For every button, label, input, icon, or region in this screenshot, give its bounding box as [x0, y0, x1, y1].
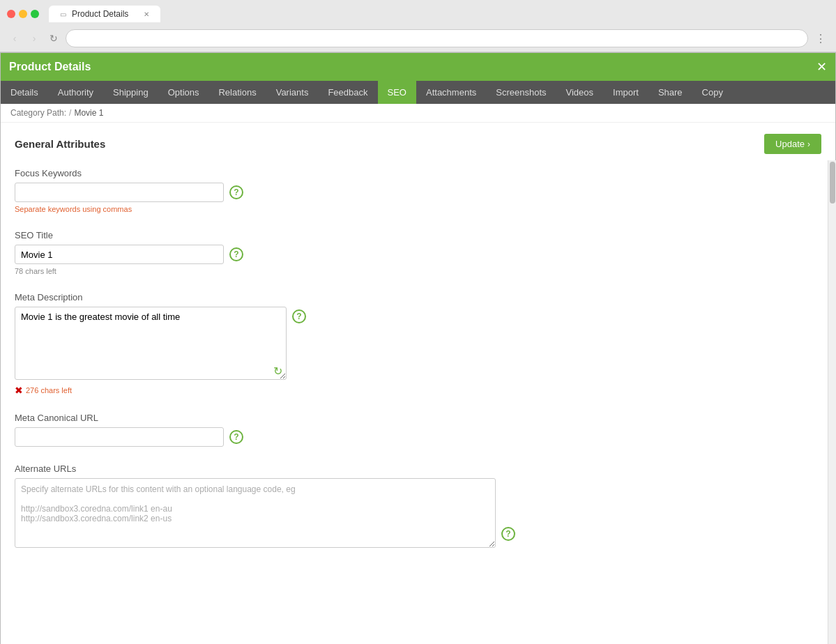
seo-title-row: ?: [15, 245, 821, 264]
forward-button[interactable]: ›: [26, 31, 42, 46]
alternate-urls-group: Alternate URLs ?: [15, 463, 821, 550]
seo-title-input[interactable]: [15, 245, 224, 264]
tab-videos[interactable]: Videos: [556, 81, 604, 104]
meta-description-chars-left: 276 chars left: [26, 386, 72, 394]
tab-relations[interactable]: Relations: [208, 81, 266, 104]
focus-keywords-hint: Separate keywords using commas: [15, 205, 821, 213]
meta-canonical-label: Meta Canonical URL: [15, 413, 821, 423]
focus-keywords-help-icon[interactable]: ?: [229, 185, 243, 199]
app-header: Product Details ✕: [1, 53, 835, 81]
meta-description-label: Meta Description: [15, 292, 821, 302]
seo-title-chars-left: 78 chars left: [15, 267, 821, 275]
tab-shipping[interactable]: Shipping: [103, 81, 158, 104]
content-area: General Attributes Update › Focus Keywor…: [1, 123, 835, 578]
section-title: General Attributes: [15, 138, 105, 150]
meta-canonical-group: Meta Canonical URL ?: [15, 413, 821, 447]
meta-description-wrapper: ↻: [15, 307, 287, 382]
alternate-urls-textarea[interactable]: [15, 478, 496, 548]
breadcrumb-item: Movie 1: [74, 108, 103, 118]
seo-title-help-icon[interactable]: ?: [229, 247, 243, 261]
update-button[interactable]: Update ›: [764, 134, 821, 154]
focus-keywords-group: Focus Keywords ? Separate keywords using…: [15, 168, 821, 213]
meta-description-row: ↻ ?: [15, 307, 821, 382]
scrollbar-thumb[interactable]: [830, 162, 835, 204]
tab-title: Product Details: [72, 9, 128, 19]
meta-description-error-row: ✖ 276 chars left: [15, 385, 821, 396]
seo-title-group: SEO Title ? 78 chars left: [15, 230, 821, 275]
update-label: Update: [775, 139, 805, 149]
meta-canonical-input[interactable]: [15, 427, 224, 447]
meta-description-refresh-icon[interactable]: ↻: [273, 365, 282, 378]
tab-details[interactable]: Details: [1, 81, 48, 104]
back-button[interactable]: ‹: [7, 31, 22, 46]
meta-description-error-icon: ✖: [15, 385, 23, 396]
app-title: Product Details: [9, 61, 91, 73]
tab-import[interactable]: Import: [603, 81, 648, 104]
breadcrumb-label: Category Path:: [10, 108, 66, 118]
meta-canonical-row: ?: [15, 427, 821, 447]
browser-tab[interactable]: ▭ Product Details ✕: [49, 6, 160, 22]
update-arrow: ›: [807, 139, 810, 149]
meta-canonical-help-icon[interactable]: ?: [229, 430, 243, 444]
focus-keywords-label: Focus Keywords: [15, 168, 821, 178]
tab-variants[interactable]: Variants: [266, 81, 319, 104]
tab-options[interactable]: Options: [158, 81, 209, 104]
breadcrumb-separator: /: [69, 108, 71, 118]
tab-seo[interactable]: SEO: [378, 81, 416, 104]
tab-authority[interactable]: Authority: [48, 81, 103, 104]
minimize-traffic-light[interactable]: [19, 10, 27, 18]
maximize-traffic-light[interactable]: [31, 10, 39, 18]
meta-description-group: Meta Description ↻ ? ✖ 276 chars left: [15, 292, 821, 396]
seo-title-label: SEO Title: [15, 230, 821, 240]
breadcrumb: Category Path: / Movie 1: [1, 104, 835, 123]
tab-screenshots[interactable]: Screenshots: [486, 81, 556, 104]
tab-navigation: Details Authority Shipping Options Relat…: [1, 81, 835, 104]
alternate-urls-wrapper: [15, 478, 496, 550]
meta-description-textarea[interactable]: [15, 307, 287, 380]
meta-description-help-icon[interactable]: ?: [292, 309, 306, 323]
alternate-urls-row: ?: [15, 478, 821, 550]
focus-keywords-row: ?: [15, 183, 821, 202]
tab-close-icon[interactable]: ✕: [144, 10, 149, 18]
alternate-urls-help-icon[interactable]: ?: [501, 527, 515, 541]
close-button[interactable]: ✕: [816, 61, 827, 73]
url-input[interactable]: [66, 29, 808, 47]
tab-attachments[interactable]: Attachments: [416, 81, 486, 104]
tab-copy[interactable]: Copy: [692, 81, 733, 104]
tab-page-icon: ▭: [60, 10, 66, 18]
alternate-urls-label: Alternate URLs: [15, 463, 821, 474]
tab-share[interactable]: Share: [648, 81, 692, 104]
browser-menu-button[interactable]: ⋮: [812, 32, 829, 45]
refresh-button[interactable]: ↻: [46, 31, 61, 46]
close-traffic-light[interactable]: [7, 10, 15, 18]
tab-feedback[interactable]: Feedback: [318, 81, 377, 104]
scrollbar[interactable]: [828, 160, 836, 644]
focus-keywords-input[interactable]: [15, 183, 224, 202]
section-header: General Attributes Update ›: [15, 134, 821, 154]
